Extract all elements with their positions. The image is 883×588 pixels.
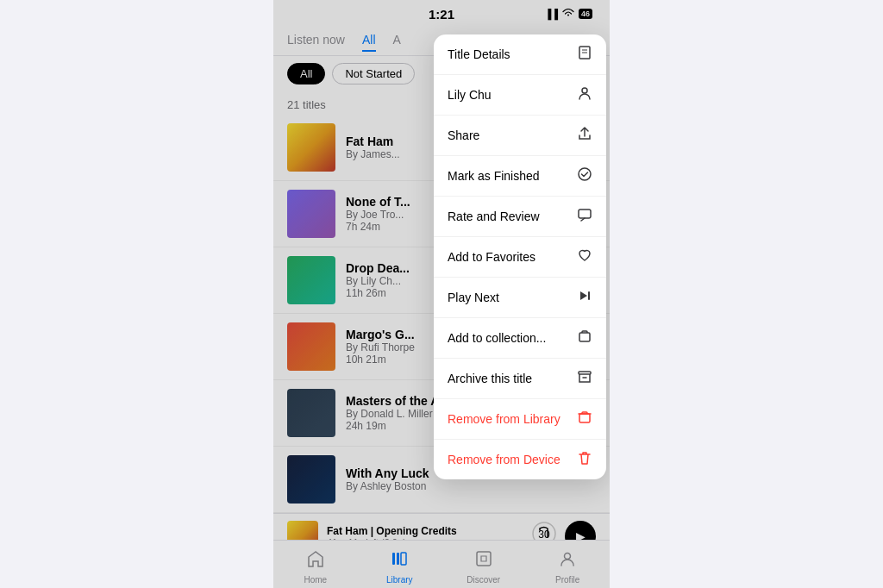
menu-item-archive[interactable]: Archive this title [434, 359, 606, 399]
menu-label: Remove from Device [448, 453, 560, 466]
svg-rect-15 [579, 372, 591, 374]
menu-label: Add to collection... [448, 331, 546, 345]
menu-item-add-collection[interactable]: Add to collection... [434, 318, 606, 359]
menu-item-remove-device[interactable]: Remove from Device [434, 440, 606, 479]
menu-item-add-favorites[interactable]: Add to Favorites [434, 237, 606, 278]
menu-label: Title Details [448, 47, 510, 61]
trash-icon [577, 450, 592, 469]
svg-rect-13 [588, 291, 590, 300]
menu-label: Share [448, 128, 479, 142]
person-icon [577, 85, 592, 104]
menu-label: Archive this title [448, 372, 532, 385]
menu-label: Lily Chu [448, 88, 492, 102]
menu-item-title-details[interactable]: Title Details [434, 34, 606, 75]
share-icon [577, 126, 592, 145]
menu-label: Mark as Finished [448, 169, 540, 183]
context-menu: Title Details Lily Chu Share Mark as Fin… [434, 34, 606, 479]
svg-rect-17 [579, 414, 590, 422]
menu-item-play-next[interactable]: Play Next [434, 278, 606, 318]
menu-item-lily-chu[interactable]: Lily Chu [434, 75, 606, 116]
checkmark-circle-icon [577, 166, 592, 185]
svg-point-10 [582, 88, 587, 93]
book-icon [577, 45, 592, 64]
remove-library-icon [577, 410, 592, 428]
skip-next-icon [577, 288, 592, 307]
menu-label: Rate and Review [448, 210, 540, 223]
menu-item-mark-finished[interactable]: Mark as Finished [434, 156, 606, 197]
svg-rect-14 [579, 333, 590, 341]
menu-label: Play Next [448, 291, 499, 304]
svg-point-11 [579, 168, 591, 180]
heart-icon [577, 247, 592, 266]
collection-icon [577, 328, 592, 347]
menu-label: Remove from Library [448, 412, 560, 426]
archive-icon [577, 369, 592, 388]
comment-icon [577, 207, 592, 226]
menu-item-rate-review[interactable]: Rate and Review [434, 197, 606, 237]
menu-item-remove-library[interactable]: Remove from Library [434, 399, 606, 440]
menu-label: Add to Favorites [448, 250, 535, 264]
svg-rect-12 [579, 210, 591, 218]
menu-item-share[interactable]: Share [434, 116, 606, 156]
